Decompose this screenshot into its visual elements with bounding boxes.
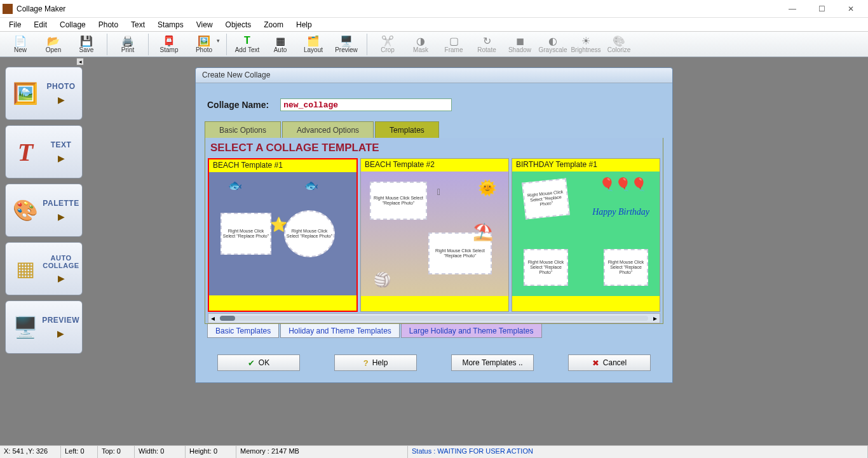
status-left: Left: 0 bbox=[61, 446, 98, 458]
grayscale-icon: ◐ bbox=[546, 35, 559, 46]
menubar: File Edit Collage Photo Text Stamps View… bbox=[0, 18, 868, 32]
menu-help[interactable]: Help bbox=[290, 19, 318, 30]
balloons-icon: 🎈🎈🎈 bbox=[599, 177, 647, 192]
toolbar-mask: ◑Mask bbox=[405, 32, 437, 57]
close-icon: ✖ bbox=[592, 358, 599, 368]
photo-icon: 🖼️ bbox=[198, 35, 210, 46]
template-card-beach-2[interactable]: BEACH Template #2 Right Mouse Click Sele… bbox=[360, 158, 509, 312]
collage-name-label: Collage Name: bbox=[207, 100, 269, 110]
panel-autocollage[interactable]: ▦ AUTO COLLAGE▶ bbox=[5, 242, 83, 295]
toolbar-brightness: ☀Brightness bbox=[570, 32, 602, 57]
toolbar-frame: ▢Frame bbox=[438, 32, 470, 57]
scroll-right-icon[interactable]: ▸ bbox=[653, 314, 657, 323]
template-scrollbar[interactable]: ◂ ▸ bbox=[208, 313, 660, 323]
toolbar-stamp[interactable]: 📮Stamp bbox=[153, 32, 185, 57]
menu-view[interactable]: View bbox=[190, 19, 219, 30]
toolbar-preview[interactable]: 🖥️Preview bbox=[330, 32, 362, 57]
scroll-track[interactable] bbox=[220, 316, 648, 321]
close-button[interactable]: ✕ bbox=[836, 0, 865, 18]
bottom-tab-holiday[interactable]: Holiday and Theme Templates bbox=[280, 324, 400, 338]
toolbar-shadow: ◼Shadow bbox=[504, 32, 536, 57]
toolbar-print[interactable]: 🖨️Print bbox=[112, 32, 144, 57]
expand-icon: ▶ bbox=[58, 273, 65, 283]
menu-objects[interactable]: Objects bbox=[219, 19, 258, 30]
panel-text[interactable]: T TEXT▶ bbox=[5, 125, 83, 178]
toolbar-sep bbox=[148, 34, 149, 55]
autocollage-panel-icon: ▦ bbox=[8, 252, 43, 286]
ok-button[interactable]: ✔OK bbox=[217, 354, 300, 371]
status-width: Width: 0 bbox=[135, 446, 186, 458]
photo-placeholder: Right Mouse Click Select "Replace Photo" bbox=[284, 210, 335, 257]
app-icon bbox=[3, 4, 13, 14]
bottom-tab-large-holiday[interactable]: Large Holiday and Theme Templates bbox=[401, 324, 542, 338]
collage-name-input[interactable] bbox=[280, 98, 452, 111]
new-icon: 📄 bbox=[14, 35, 27, 46]
toolbar-new[interactable]: 📄New bbox=[4, 32, 36, 57]
template-card-birthday-1[interactable]: BIRTHDAY Template #1 Right Mouse Click S… bbox=[512, 158, 660, 312]
toolbar-open[interactable]: 📂Open bbox=[37, 32, 69, 57]
expand-icon: ▶ bbox=[57, 328, 64, 339]
auto-icon: ▦ bbox=[274, 35, 287, 46]
tab-advanced-options[interactable]: Advanced Options bbox=[282, 121, 374, 138]
menu-photo[interactable]: Photo bbox=[92, 19, 125, 30]
print-icon: 🖨️ bbox=[121, 35, 134, 46]
status-coords: X: 541 ,Y: 326 bbox=[0, 446, 61, 458]
menu-stamps[interactable]: Stamps bbox=[151, 19, 190, 30]
help-button[interactable]: ?Help bbox=[334, 354, 417, 371]
dialog-title: Create New Collage bbox=[196, 68, 672, 83]
create-collage-dialog: Create New Collage Collage Name: Basic O… bbox=[195, 67, 673, 383]
panel-preview[interactable]: 🖥️ PREVIEW▶ bbox=[5, 300, 83, 354]
toolbar-layout[interactable]: 🗂️Layout bbox=[297, 32, 329, 57]
menu-text[interactable]: Text bbox=[125, 19, 151, 30]
tab-templates[interactable]: Templates bbox=[375, 121, 439, 138]
scroll-thumb[interactable] bbox=[220, 316, 235, 321]
ball-icon: 🏐 bbox=[374, 272, 391, 288]
bottom-tab-basic[interactable]: Basic Templates bbox=[207, 324, 279, 338]
more-templates-button[interactable]: More Templates .. bbox=[451, 354, 534, 371]
status-text: Status : WAITING FOR USER ACTION bbox=[408, 446, 868, 458]
tab-basic-options[interactable]: Basic Options bbox=[205, 121, 281, 138]
toolbar-photo[interactable]: 🖼️Photo bbox=[186, 32, 222, 57]
cancel-button[interactable]: ✖Cancel bbox=[568, 354, 651, 371]
template-title: BIRTHDAY Template #1 bbox=[512, 159, 660, 172]
collage-name-row: Collage Name: bbox=[205, 90, 663, 121]
text-icon: T bbox=[241, 35, 254, 46]
panel-photo[interactable]: 🖼️ PHOTO▶ bbox=[5, 67, 83, 120]
toolbar-save[interactable]: 💾Save bbox=[71, 32, 102, 57]
template-thumbnail: Right Mouse Click Select "Replace Photo"… bbox=[361, 172, 508, 297]
panel-palette[interactable]: 🎨 PALETTE▶ bbox=[5, 184, 83, 237]
photo-placeholder: Right Mouse Click Select "Replace Photo" bbox=[220, 213, 271, 255]
colorize-icon: 🎨 bbox=[613, 35, 625, 46]
palette-panel-icon: 🎨 bbox=[8, 193, 43, 227]
panel-collapse-button[interactable]: ◂ bbox=[76, 58, 84, 65]
toolbar-addtext[interactable]: TAdd Text bbox=[231, 32, 263, 57]
maximize-button[interactable]: ☐ bbox=[807, 0, 836, 18]
section-title: SELECT A COLLAGE TEMPLATE bbox=[205, 138, 663, 158]
fish-icon: 🐟 bbox=[228, 178, 242, 192]
template-category-tabs: Basic Templates Holiday and Theme Templa… bbox=[205, 324, 663, 338]
umbrella-icon: ⛱️ bbox=[473, 222, 493, 242]
expand-icon: ▶ bbox=[58, 153, 65, 163]
template-footer bbox=[209, 295, 356, 311]
status-top: Top: 0 bbox=[98, 446, 135, 458]
sun-icon: 🌞 bbox=[478, 179, 497, 197]
menu-zoom[interactable]: Zoom bbox=[257, 19, 290, 30]
left-panel: ◂ 🖼️ PHOTO▶ T TEXT▶ 🎨 PALETTE▶ ▦ AUTO CO… bbox=[5, 67, 84, 359]
toolbar-sep bbox=[367, 34, 367, 55]
menu-collage[interactable]: Collage bbox=[53, 19, 92, 30]
photo-placeholder: Right Mouse Click Select "Replace Photo" bbox=[522, 178, 570, 220]
menu-edit[interactable]: Edit bbox=[27, 19, 53, 30]
scroll-left-icon[interactable]: ◂ bbox=[211, 314, 215, 323]
frame-icon: ▢ bbox=[447, 35, 460, 46]
preview-panel-icon: 🖥️ bbox=[8, 310, 42, 344]
toolbar-auto[interactable]: ▦Auto bbox=[264, 32, 296, 57]
minimize-button[interactable]: — bbox=[778, 0, 807, 18]
rotate-icon: ↻ bbox=[480, 35, 493, 46]
menu-file[interactable]: File bbox=[3, 19, 27, 30]
template-thumbnail: Right Mouse Click Select "Replace Photo"… bbox=[209, 172, 356, 298]
template-footer bbox=[361, 296, 508, 311]
mask-icon: ◑ bbox=[414, 35, 427, 46]
template-card-beach-1[interactable]: BEACH Template #1 Right Mouse Click Sele… bbox=[208, 158, 358, 312]
fish-icon: 🐟 bbox=[304, 178, 318, 192]
toolbar-sep bbox=[226, 34, 227, 55]
